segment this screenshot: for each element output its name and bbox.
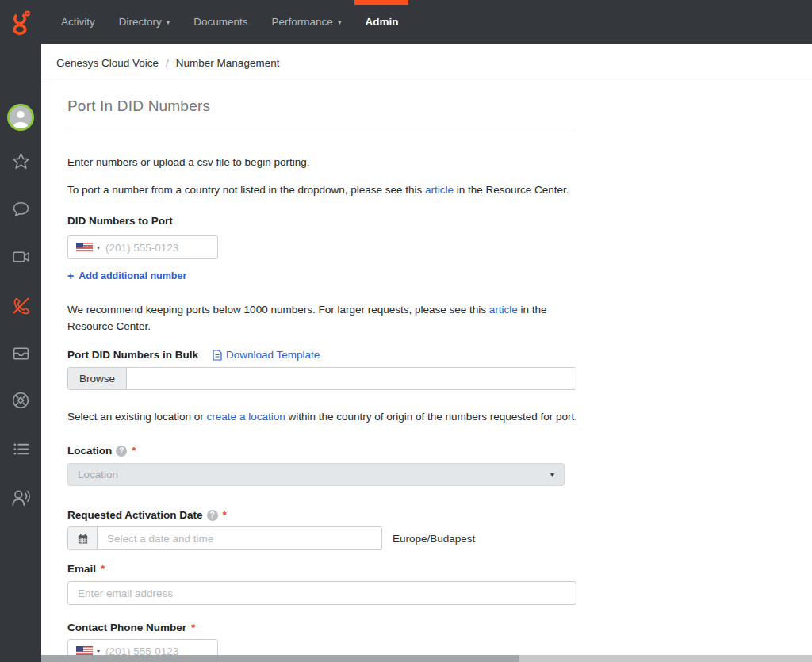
location-select[interactable]: Location ▾ <box>67 463 565 486</box>
nav-label: Performance <box>272 16 333 28</box>
help-tooltip-icon[interactable]: ? <box>116 446 127 457</box>
required-asterisk: * <box>101 563 105 575</box>
country-selector[interactable]: ▾ <box>76 646 100 655</box>
chevron-down-icon: ▾ <box>550 470 554 479</box>
list-icon <box>11 439 31 459</box>
us-flag-icon <box>76 243 93 252</box>
star-icon <box>11 151 31 171</box>
required-asterisk: * <box>223 509 227 521</box>
activation-date-label: Requested Activation Date ? * <box>67 509 812 521</box>
did-phone-input[interactable]: ▾ (201) 555-0123 <box>67 235 218 259</box>
phone-placeholder: (201) 555-0123 <box>105 645 178 656</box>
horizontal-scrollbar[interactable] <box>41 655 812 662</box>
browse-button[interactable]: Browse <box>68 368 127 389</box>
nav-label: Activity <box>61 16 95 28</box>
bulk-label: Port DID Numbers in Bulk <box>67 349 198 361</box>
active-tab-indicator <box>354 0 408 5</box>
label-text: Location <box>67 445 112 457</box>
label-text: Requested Activation Date <box>67 509 203 521</box>
nav-item-activity[interactable]: Activity <box>51 0 105 44</box>
plus-icon: + <box>67 270 74 282</box>
phone-placeholder: (201) 555-0123 <box>105 242 178 254</box>
breadcrumb-separator: / <box>166 57 169 69</box>
required-asterisk: * <box>132 445 136 457</box>
link-text: Download Template <box>226 349 320 361</box>
genesys-logo-icon <box>10 10 32 35</box>
help-tooltip-icon[interactable]: ? <box>207 510 218 521</box>
intro-text: Enter numbers or upload a csv file to be… <box>67 154 583 170</box>
top-nav: Activity Directory ▾ Documents Performan… <box>0 0 812 44</box>
nav-label: Directory <box>119 16 162 28</box>
note-text: Select an existing location or <box>67 411 207 423</box>
sidebar-item-calls[interactable] <box>10 295 31 316</box>
label-text: Contact Phone Number <box>67 622 186 633</box>
scrollbar-thumb[interactable] <box>41 655 519 662</box>
email-label: Email * <box>67 563 812 575</box>
breadcrumb-item-voice[interactable]: Genesys Cloud Voice <box>56 57 159 69</box>
nav-item-directory[interactable]: Directory ▾ <box>109 0 181 44</box>
nav-label: Admin <box>365 16 398 28</box>
activation-date-row: Europe/Budapest <box>67 526 812 550</box>
timezone-label: Europe/Budapest <box>393 533 475 545</box>
location-note: Select an existing location or create a … <box>67 408 583 425</box>
breadcrumb: Genesys Cloud Voice / Number Management <box>41 44 812 82</box>
bulk-file-upload: Browse <box>67 367 576 390</box>
chevron-down-icon: ▾ <box>167 18 170 26</box>
chevron-down-icon: ▾ <box>97 648 100 655</box>
breadcrumb-item-number-management: Number Management <box>176 57 280 69</box>
dropdown-note: To port a number from a country not list… <box>67 182 583 198</box>
sidebar-item-list[interactable] <box>10 438 31 459</box>
chat-bubble-icon <box>11 199 31 219</box>
country-selector[interactable]: ▾ <box>76 243 100 252</box>
user-avatar[interactable] <box>7 104 34 131</box>
sidebar-item-inbox[interactable] <box>10 342 31 363</box>
us-flag-icon <box>76 646 93 655</box>
phone-disabled-icon <box>10 295 31 316</box>
required-asterisk: * <box>191 622 195 633</box>
date-input[interactable] <box>98 527 381 549</box>
email-field[interactable] <box>67 581 576 605</box>
nav-items: Activity Directory ▾ Documents Performan… <box>49 0 410 44</box>
date-picker <box>67 526 382 550</box>
document-icon <box>213 350 222 361</box>
chevron-down-icon: ▾ <box>338 18 342 26</box>
link-text: Add additional number <box>79 270 186 281</box>
sidebar-item-audience[interactable] <box>10 487 31 507</box>
note-text: in the Resource Center. <box>454 184 569 196</box>
label-text: Email <box>67 563 96 575</box>
app-logo[interactable] <box>0 0 41 44</box>
article-link[interactable]: article <box>425 184 454 196</box>
main-content: Port In DID Numbers Enter numbers or upl… <box>41 82 812 655</box>
did-numbers-label: DID Numbers to Port <box>67 215 812 227</box>
person-icon <box>10 106 32 128</box>
sidebar-item-favorites[interactable] <box>10 151 31 171</box>
sidebar-item-chat[interactable] <box>10 198 31 219</box>
contact-phone-input[interactable]: ▾ (201) 555-0123 <box>67 639 218 655</box>
create-location-link[interactable]: create a location <box>207 411 285 423</box>
label-text: DID Numbers to Port <box>67 215 173 227</box>
contact-phone-label: Contact Phone Number * <box>67 622 812 633</box>
nav-item-documents[interactable]: Documents <box>183 0 258 44</box>
bulk-recommendation-note: We recommend keeping ports below 1000 nu… <box>67 301 583 335</box>
page-title: Port In DID Numbers <box>67 98 576 128</box>
nav-item-performance[interactable]: Performance ▾ <box>262 0 352 44</box>
left-sidebar: ? <box>0 44 41 662</box>
video-camera-icon <box>11 247 31 266</box>
note-text: within the country of origin of the numb… <box>285 411 577 423</box>
nav-label: Documents <box>193 16 247 28</box>
chevron-down-icon: ▾ <box>97 244 100 251</box>
calendar-button[interactable] <box>68 527 98 549</box>
calendar-icon <box>77 533 89 545</box>
inbox-icon <box>11 343 31 363</box>
article-link[interactable]: article <box>489 304 518 316</box>
sidebar-item-support[interactable] <box>10 390 31 411</box>
download-template-link[interactable]: Download Template <box>213 349 320 361</box>
add-additional-number-link[interactable]: + Add additional number <box>67 270 186 282</box>
bulk-label-row: Port DID Numbers in Bulk Download Templa… <box>67 349 812 361</box>
life-ring-icon <box>10 390 31 411</box>
file-name-input[interactable] <box>127 368 576 389</box>
nav-item-admin[interactable]: Admin <box>354 0 408 44</box>
sidebar-item-video[interactable] <box>10 246 31 266</box>
location-label: Location ? * <box>67 445 812 457</box>
note-text: To port a number from a country not list… <box>67 184 425 196</box>
